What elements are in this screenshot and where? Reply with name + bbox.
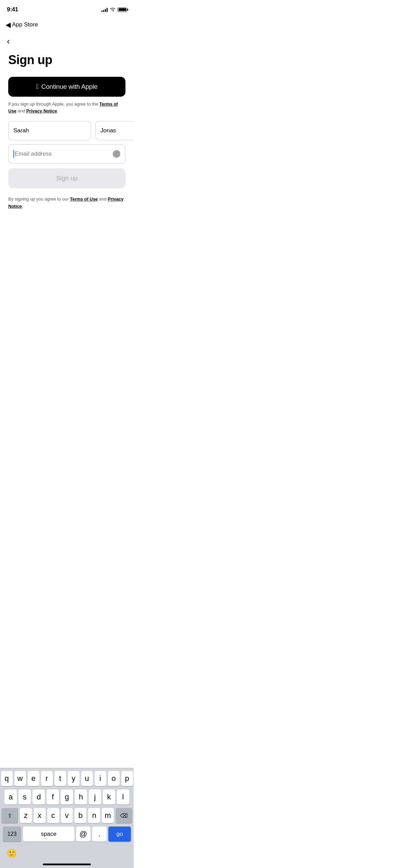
email-input[interactable]	[14, 150, 113, 157]
app-store-label: App Store	[12, 21, 38, 28]
last-name-input[interactable]	[95, 121, 134, 140]
wifi-icon	[110, 8, 116, 12]
nav-bar: ◀ App Store	[0, 17, 134, 32]
bottom-terms-of-use-link[interactable]: Terms of Use	[70, 196, 98, 202]
back-button[interactable]: ‹	[7, 37, 10, 46]
email-clear-button[interactable]	[113, 150, 120, 158]
status-bar: 9:41	[0, 0, 134, 17]
signup-button-label: Sign up	[56, 174, 77, 182]
privacy-prefix: If you sign up through Apple, you agree …	[8, 101, 99, 107]
signup-button[interactable]: Sign up	[8, 168, 125, 188]
bottom-terms-suffix: .	[22, 204, 23, 209]
status-time: 9:41	[7, 6, 18, 13]
page-title: Sign up	[8, 53, 125, 67]
privacy-middle: and	[16, 108, 26, 113]
apple-privacy-notice: If you sign up through Apple, you agree …	[8, 101, 125, 114]
app-store-back[interactable]: ◀ App Store	[5, 21, 38, 28]
first-name-input[interactable]	[8, 121, 91, 140]
name-fields-row	[8, 121, 125, 140]
bottom-terms-prefix: By signing up you agree to our	[8, 196, 70, 202]
continue-with-apple-button[interactable]:  Continue with Apple	[8, 77, 125, 97]
bottom-terms-text: By signing up you agree to our Terms of …	[8, 196, 125, 210]
signal-icon	[101, 8, 108, 12]
battery-icon	[118, 8, 127, 12]
back-chevron-icon: ◀	[5, 21, 11, 28]
status-icons	[101, 8, 127, 12]
apple-button-label: Continue with Apple	[41, 83, 97, 91]
apple-logo-icon: 	[36, 83, 38, 90]
main-content: Sign up  Continue with Apple If you sig…	[0, 47, 134, 210]
privacy-suffix: .	[57, 108, 58, 113]
back-button-row: ‹	[0, 32, 134, 47]
bottom-terms-middle: and	[98, 196, 108, 202]
email-field-container[interactable]	[8, 144, 125, 164]
privacy-notice-link[interactable]: Privacy Notice	[26, 108, 57, 113]
